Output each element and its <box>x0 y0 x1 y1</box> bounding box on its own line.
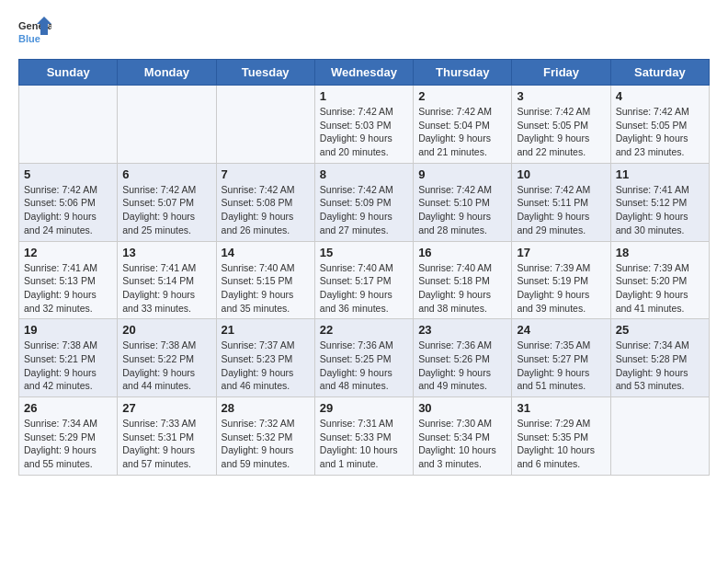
header-row: SundayMondayTuesdayWednesdayThursdayFrid… <box>19 60 710 86</box>
day-number: 21 <box>222 323 310 337</box>
day-info: Sunrise: 7:30 AM Sunset: 5:34 PM Dayligh… <box>418 417 506 471</box>
header-cell-thursday: Thursday <box>414 60 512 86</box>
calendar-cell: 6Sunrise: 7:42 AM Sunset: 5:07 PM Daylig… <box>118 163 216 241</box>
calendar-table: SundayMondayTuesdayWednesdayThursdayFrid… <box>18 59 710 476</box>
calendar-cell: 30Sunrise: 7:30 AM Sunset: 5:34 PM Dayli… <box>414 397 512 476</box>
day-info: Sunrise: 7:34 AM Sunset: 5:28 PM Dayligh… <box>616 339 704 393</box>
day-info: Sunrise: 7:42 AM Sunset: 5:06 PM Dayligh… <box>24 183 112 237</box>
day-info: Sunrise: 7:38 AM Sunset: 5:21 PM Dayligh… <box>24 339 112 393</box>
day-number: 14 <box>222 246 310 259</box>
day-number: 30 <box>418 401 506 415</box>
day-info: Sunrise: 7:35 AM Sunset: 5:27 PM Dayligh… <box>517 339 605 393</box>
day-info: Sunrise: 7:42 AM Sunset: 5:05 PM Dayligh… <box>517 105 605 159</box>
calendar-cell: 10Sunrise: 7:42 AM Sunset: 5:11 PM Dayli… <box>512 163 610 241</box>
calendar-cell <box>19 86 118 164</box>
day-number: 31 <box>517 401 605 415</box>
day-info: Sunrise: 7:40 AM Sunset: 5:15 PM Dayligh… <box>222 261 310 316</box>
calendar-cell: 5Sunrise: 7:42 AM Sunset: 5:06 PM Daylig… <box>19 163 118 241</box>
day-info: Sunrise: 7:39 AM Sunset: 5:19 PM Dayligh… <box>517 261 605 316</box>
day-info: Sunrise: 7:40 AM Sunset: 5:17 PM Dayligh… <box>320 261 408 316</box>
day-info: Sunrise: 7:31 AM Sunset: 5:33 PM Dayligh… <box>320 417 408 471</box>
calendar-body: 1Sunrise: 7:42 AM Sunset: 5:03 PM Daylig… <box>19 86 710 476</box>
calendar-cell: 23Sunrise: 7:36 AM Sunset: 5:26 PM Dayli… <box>414 319 512 397</box>
calendar-cell: 3Sunrise: 7:42 AM Sunset: 5:05 PM Daylig… <box>512 86 610 164</box>
calendar-week-5: 26Sunrise: 7:34 AM Sunset: 5:29 PM Dayli… <box>19 397 710 476</box>
calendar-cell: 29Sunrise: 7:31 AM Sunset: 5:33 PM Dayli… <box>314 397 413 476</box>
day-info: Sunrise: 7:41 AM Sunset: 5:13 PM Dayligh… <box>24 261 112 316</box>
calendar-cell: 11Sunrise: 7:41 AM Sunset: 5:12 PM Dayli… <box>610 163 709 241</box>
day-info: Sunrise: 7:32 AM Sunset: 5:32 PM Dayligh… <box>222 417 310 471</box>
header-cell-monday: Monday <box>118 60 216 86</box>
day-number: 3 <box>517 89 605 103</box>
day-number: 2 <box>418 89 506 103</box>
header-cell-sunday: Sunday <box>19 60 118 86</box>
day-number: 18 <box>616 246 704 259</box>
calendar-week-4: 19Sunrise: 7:38 AM Sunset: 5:21 PM Dayli… <box>19 319 710 397</box>
day-info: Sunrise: 7:42 AM Sunset: 5:07 PM Dayligh… <box>122 183 210 237</box>
calendar-cell: 16Sunrise: 7:40 AM Sunset: 5:18 PM Dayli… <box>414 241 512 319</box>
calendar-cell: 4Sunrise: 7:42 AM Sunset: 5:05 PM Daylig… <box>610 86 709 164</box>
day-number: 19 <box>24 323 112 337</box>
day-info: Sunrise: 7:40 AM Sunset: 5:18 PM Dayligh… <box>418 261 506 316</box>
calendar-cell: 15Sunrise: 7:40 AM Sunset: 5:17 PM Dayli… <box>314 241 413 319</box>
day-info: Sunrise: 7:39 AM Sunset: 5:20 PM Dayligh… <box>616 261 704 316</box>
day-info: Sunrise: 7:42 AM Sunset: 5:04 PM Dayligh… <box>418 105 506 159</box>
day-number: 7 <box>222 167 310 181</box>
header-cell-friday: Friday <box>512 60 610 86</box>
calendar-cell: 2Sunrise: 7:42 AM Sunset: 5:04 PM Daylig… <box>414 86 512 164</box>
day-number: 4 <box>616 89 704 103</box>
header: General Blue <box>18 15 710 48</box>
day-info: Sunrise: 7:41 AM Sunset: 5:12 PM Dayligh… <box>616 183 704 237</box>
calendar-cell: 13Sunrise: 7:41 AM Sunset: 5:14 PM Dayli… <box>118 241 216 319</box>
logo: General Blue <box>18 15 51 48</box>
calendar-cell: 14Sunrise: 7:40 AM Sunset: 5:15 PM Dayli… <box>216 241 314 319</box>
day-number: 28 <box>222 401 310 415</box>
calendar-cell: 22Sunrise: 7:36 AM Sunset: 5:25 PM Dayli… <box>314 319 413 397</box>
day-info: Sunrise: 7:42 AM Sunset: 5:09 PM Dayligh… <box>320 183 408 237</box>
calendar-cell: 25Sunrise: 7:34 AM Sunset: 5:28 PM Dayli… <box>610 319 709 397</box>
day-info: Sunrise: 7:29 AM Sunset: 5:35 PM Dayligh… <box>517 417 605 471</box>
day-info: Sunrise: 7:38 AM Sunset: 5:22 PM Dayligh… <box>122 339 210 393</box>
day-number: 9 <box>418 167 506 181</box>
day-info: Sunrise: 7:42 AM Sunset: 5:08 PM Dayligh… <box>222 183 310 237</box>
calendar-cell <box>118 86 216 164</box>
calendar-cell: 18Sunrise: 7:39 AM Sunset: 5:20 PM Dayli… <box>610 241 709 319</box>
header-cell-saturday: Saturday <box>610 60 709 86</box>
day-info: Sunrise: 7:34 AM Sunset: 5:29 PM Dayligh… <box>24 417 112 471</box>
day-number: 24 <box>517 323 605 337</box>
day-number: 17 <box>517 246 605 259</box>
calendar-cell <box>610 397 709 476</box>
calendar-cell: 28Sunrise: 7:32 AM Sunset: 5:32 PM Dayli… <box>216 397 314 476</box>
day-number: 8 <box>320 167 408 181</box>
svg-text:Blue: Blue <box>18 33 40 44</box>
calendar-header: SundayMondayTuesdayWednesdayThursdayFrid… <box>19 60 710 86</box>
calendar-cell: 9Sunrise: 7:42 AM Sunset: 5:10 PM Daylig… <box>414 163 512 241</box>
day-info: Sunrise: 7:37 AM Sunset: 5:23 PM Dayligh… <box>222 339 310 393</box>
day-info: Sunrise: 7:42 AM Sunset: 5:11 PM Dayligh… <box>517 183 605 237</box>
calendar-cell: 24Sunrise: 7:35 AM Sunset: 5:27 PM Dayli… <box>512 319 610 397</box>
calendar-cell: 1Sunrise: 7:42 AM Sunset: 5:03 PM Daylig… <box>314 86 413 164</box>
logo-icon: General Blue <box>18 15 51 48</box>
day-number: 22 <box>320 323 408 337</box>
calendar-cell: 26Sunrise: 7:34 AM Sunset: 5:29 PM Dayli… <box>19 397 118 476</box>
day-number: 27 <box>122 401 210 415</box>
day-number: 23 <box>418 323 506 337</box>
day-number: 20 <box>122 323 210 337</box>
day-info: Sunrise: 7:41 AM Sunset: 5:14 PM Dayligh… <box>122 261 210 316</box>
calendar-week-1: 1Sunrise: 7:42 AM Sunset: 5:03 PM Daylig… <box>19 86 710 164</box>
calendar-week-2: 5Sunrise: 7:42 AM Sunset: 5:06 PM Daylig… <box>19 163 710 241</box>
day-number: 15 <box>320 246 408 259</box>
header-cell-wednesday: Wednesday <box>314 60 413 86</box>
day-info: Sunrise: 7:42 AM Sunset: 5:03 PM Dayligh… <box>320 105 408 159</box>
day-number: 11 <box>616 167 704 181</box>
day-number: 25 <box>616 323 704 337</box>
calendar-cell <box>216 86 314 164</box>
day-number: 13 <box>122 246 210 259</box>
day-info: Sunrise: 7:42 AM Sunset: 5:10 PM Dayligh… <box>418 183 506 237</box>
day-number: 16 <box>418 246 506 259</box>
calendar-cell: 27Sunrise: 7:33 AM Sunset: 5:31 PM Dayli… <box>118 397 216 476</box>
calendar-cell: 7Sunrise: 7:42 AM Sunset: 5:08 PM Daylig… <box>216 163 314 241</box>
day-info: Sunrise: 7:36 AM Sunset: 5:26 PM Dayligh… <box>418 339 506 393</box>
calendar-cell: 17Sunrise: 7:39 AM Sunset: 5:19 PM Dayli… <box>512 241 610 319</box>
calendar-cell: 31Sunrise: 7:29 AM Sunset: 5:35 PM Dayli… <box>512 397 610 476</box>
